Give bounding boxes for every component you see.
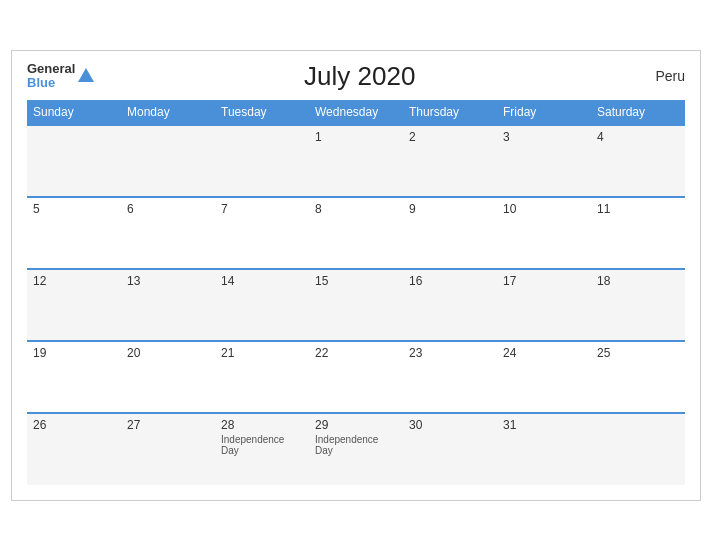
calendar-cell: 9 bbox=[403, 197, 497, 269]
day-number: 8 bbox=[315, 202, 397, 216]
day-number: 28 bbox=[221, 418, 303, 432]
logo-general-text: General bbox=[27, 62, 75, 76]
calendar-cell: 6 bbox=[121, 197, 215, 269]
calendar-cell bbox=[27, 125, 121, 197]
calendar-table: SundayMondayTuesdayWednesdayThursdayFrid… bbox=[27, 100, 685, 485]
calendar-week-row: 1234 bbox=[27, 125, 685, 197]
day-number: 19 bbox=[33, 346, 115, 360]
day-number: 11 bbox=[597, 202, 679, 216]
calendar-cell bbox=[591, 413, 685, 485]
calendar-cell: 4 bbox=[591, 125, 685, 197]
calendar: General Blue July 2020 Peru SundayMonday… bbox=[11, 50, 701, 501]
calendar-cell: 23 bbox=[403, 341, 497, 413]
calendar-cell: 25 bbox=[591, 341, 685, 413]
day-number: 2 bbox=[409, 130, 491, 144]
calendar-cell: 8 bbox=[309, 197, 403, 269]
weekday-header: Thursday bbox=[403, 100, 497, 125]
calendar-header: General Blue July 2020 Peru bbox=[27, 61, 685, 92]
calendar-week-row: 19202122232425 bbox=[27, 341, 685, 413]
calendar-cell: 27 bbox=[121, 413, 215, 485]
day-number: 22 bbox=[315, 346, 397, 360]
calendar-cell: 19 bbox=[27, 341, 121, 413]
calendar-cell: 21 bbox=[215, 341, 309, 413]
weekday-header: Friday bbox=[497, 100, 591, 125]
day-number: 30 bbox=[409, 418, 491, 432]
calendar-cell: 24 bbox=[497, 341, 591, 413]
day-number: 27 bbox=[127, 418, 209, 432]
day-number: 3 bbox=[503, 130, 585, 144]
calendar-country: Peru bbox=[625, 68, 685, 84]
day-number: 9 bbox=[409, 202, 491, 216]
calendar-cell: 20 bbox=[121, 341, 215, 413]
calendar-cell: 3 bbox=[497, 125, 591, 197]
calendar-cell: 11 bbox=[591, 197, 685, 269]
day-number: 26 bbox=[33, 418, 115, 432]
weekday-header: Wednesday bbox=[309, 100, 403, 125]
calendar-cell: 29Independence Day bbox=[309, 413, 403, 485]
calendar-cell: 15 bbox=[309, 269, 403, 341]
calendar-cell: 31 bbox=[497, 413, 591, 485]
weekday-header-row: SundayMondayTuesdayWednesdayThursdayFrid… bbox=[27, 100, 685, 125]
calendar-cell: 10 bbox=[497, 197, 591, 269]
calendar-cell: 22 bbox=[309, 341, 403, 413]
day-number: 6 bbox=[127, 202, 209, 216]
day-number: 20 bbox=[127, 346, 209, 360]
day-number: 15 bbox=[315, 274, 397, 288]
calendar-cell: 17 bbox=[497, 269, 591, 341]
day-number: 10 bbox=[503, 202, 585, 216]
logo-blue-text: Blue bbox=[27, 76, 75, 90]
calendar-cell: 1 bbox=[309, 125, 403, 197]
calendar-cell: 14 bbox=[215, 269, 309, 341]
day-number: 17 bbox=[503, 274, 585, 288]
logo: General Blue bbox=[27, 62, 94, 91]
day-event: Independence Day bbox=[315, 434, 397, 456]
calendar-week-row: 567891011 bbox=[27, 197, 685, 269]
day-number: 31 bbox=[503, 418, 585, 432]
calendar-cell: 12 bbox=[27, 269, 121, 341]
day-number: 1 bbox=[315, 130, 397, 144]
calendar-week-row: 262728Independence Day29Independence Day… bbox=[27, 413, 685, 485]
calendar-cell: 16 bbox=[403, 269, 497, 341]
weekday-header: Tuesday bbox=[215, 100, 309, 125]
weekday-header: Sunday bbox=[27, 100, 121, 125]
day-number: 14 bbox=[221, 274, 303, 288]
day-number: 13 bbox=[127, 274, 209, 288]
day-number: 29 bbox=[315, 418, 397, 432]
calendar-cell: 30 bbox=[403, 413, 497, 485]
calendar-cell bbox=[215, 125, 309, 197]
calendar-cell: 28Independence Day bbox=[215, 413, 309, 485]
calendar-week-row: 12131415161718 bbox=[27, 269, 685, 341]
day-number: 25 bbox=[597, 346, 679, 360]
calendar-title: July 2020 bbox=[94, 61, 625, 92]
day-number: 18 bbox=[597, 274, 679, 288]
day-number: 21 bbox=[221, 346, 303, 360]
day-event: Independence Day bbox=[221, 434, 303, 456]
calendar-cell: 13 bbox=[121, 269, 215, 341]
calendar-cell: 18 bbox=[591, 269, 685, 341]
calendar-cell: 7 bbox=[215, 197, 309, 269]
weekday-header: Saturday bbox=[591, 100, 685, 125]
weekday-header: Monday bbox=[121, 100, 215, 125]
calendar-cell: 5 bbox=[27, 197, 121, 269]
calendar-cell: 26 bbox=[27, 413, 121, 485]
day-number: 12 bbox=[33, 274, 115, 288]
logo-triangle-icon bbox=[78, 68, 94, 82]
day-number: 5 bbox=[33, 202, 115, 216]
day-number: 16 bbox=[409, 274, 491, 288]
day-number: 24 bbox=[503, 346, 585, 360]
day-number: 7 bbox=[221, 202, 303, 216]
calendar-cell bbox=[121, 125, 215, 197]
day-number: 23 bbox=[409, 346, 491, 360]
day-number: 4 bbox=[597, 130, 679, 144]
calendar-cell: 2 bbox=[403, 125, 497, 197]
